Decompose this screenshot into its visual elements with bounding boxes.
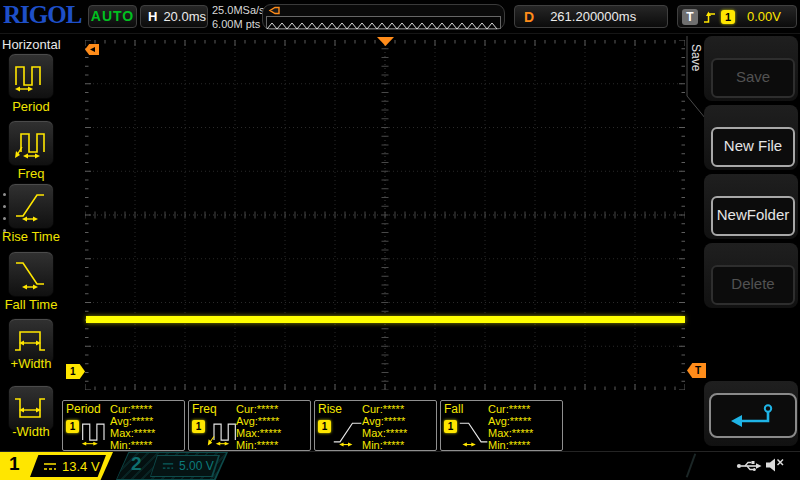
channel-badge: 1 bbox=[66, 420, 79, 433]
ch2-number: 2 bbox=[131, 453, 142, 475]
stat-row: Cur:***** bbox=[236, 403, 281, 415]
horizontal-label: H bbox=[148, 9, 157, 24]
ch1-number: 1 bbox=[9, 453, 20, 475]
freq-icon bbox=[13, 125, 47, 159]
minus-width-icon bbox=[13, 390, 47, 424]
stat-row: Min:***** bbox=[236, 439, 281, 451]
period-wave-icon bbox=[80, 417, 112, 449]
measurement-name: Rise bbox=[318, 402, 342, 416]
period-icon bbox=[13, 58, 47, 92]
ch1-trace bbox=[86, 316, 685, 323]
sidebar-item-fall-time-label: Fall Time bbox=[0, 297, 62, 312]
channel-badge: 1 bbox=[444, 420, 457, 433]
timebase-value: 20.0ms bbox=[163, 9, 206, 24]
top-status-bar: RIGOL AUTO H 20.0ms 25.0MSa/s 6.00M pts … bbox=[0, 0, 800, 34]
freq-wave-icon bbox=[206, 417, 238, 449]
sidebar-item-minus-width-label: -Width bbox=[0, 424, 62, 439]
stat-row: Max:***** bbox=[362, 427, 407, 439]
dc-coupling-icon bbox=[162, 462, 174, 470]
delete-button[interactable]: Delete bbox=[711, 265, 795, 305]
return-button[interactable] bbox=[709, 393, 797, 438]
preview-position-icon bbox=[266, 6, 280, 15]
speaker-muted-icon bbox=[764, 456, 786, 474]
scroll-indicator-dot bbox=[3, 229, 6, 232]
stat-row: Cur:***** bbox=[110, 403, 155, 415]
sidebar-item-rise-time-label: Rise Time bbox=[0, 229, 62, 244]
stat-row: Avg:***** bbox=[110, 415, 155, 427]
ch2-scale-readout: 5.00 V bbox=[151, 456, 218, 476]
return-arrow-icon bbox=[725, 402, 781, 430]
dc-coupling-icon bbox=[43, 462, 57, 471]
measurement-panel-rise[interactable]: Rise 1 Cur:***** Avg:***** Max:***** Min… bbox=[314, 400, 437, 451]
preview-wave-icon bbox=[267, 20, 500, 31]
horizontal-timebase-readout[interactable]: H 20.0ms bbox=[140, 5, 208, 28]
new-file-button[interactable]: New File bbox=[711, 127, 795, 167]
plus-width-icon bbox=[13, 323, 47, 357]
stat-row: Max:***** bbox=[110, 427, 155, 439]
delay-readout: D 261.200000ms bbox=[514, 5, 668, 28]
ch1-scale-value: 13.4 V bbox=[62, 459, 100, 474]
delay-label: D bbox=[524, 9, 534, 25]
menu-tab-save: Save bbox=[689, 44, 703, 71]
rising-edge-icon bbox=[703, 9, 716, 25]
stat-row: Min:***** bbox=[110, 439, 155, 451]
sidebar-item-fall-time[interactable] bbox=[8, 251, 54, 297]
stat-row: Min:***** bbox=[362, 439, 407, 451]
measurement-name: Fall bbox=[444, 402, 463, 416]
sidebar-item-period-label: Period bbox=[0, 99, 62, 114]
channel-badge: 1 bbox=[192, 420, 205, 433]
save-button[interactable]: Save bbox=[711, 58, 795, 98]
measurement-panel-freq[interactable]: Freq 1 Cur:***** Avg:***** Max:***** Min… bbox=[188, 400, 311, 451]
waveform-preview[interactable] bbox=[262, 4, 505, 30]
trigger-level-value: 0.00V bbox=[747, 9, 781, 24]
measurement-name: Period bbox=[66, 402, 101, 416]
sidebar-item-period[interactable] bbox=[8, 53, 54, 99]
preview-wave-strip bbox=[266, 16, 501, 29]
sidebar-item-plus-width-label: +Width bbox=[0, 356, 62, 371]
channel-badge: 1 bbox=[318, 420, 331, 433]
scroll-indicator-dot bbox=[3, 217, 6, 220]
measurement-name: Freq bbox=[192, 402, 217, 416]
sidebar-item-freq-label: Freq bbox=[0, 166, 62, 181]
stat-row: Avg:***** bbox=[488, 415, 533, 427]
ch1-scale-readout: 13.4 V bbox=[30, 455, 106, 477]
graticule-grid bbox=[85, 40, 685, 390]
trigger-label: T bbox=[682, 9, 698, 25]
delay-value: 261.200000ms bbox=[550, 9, 636, 24]
acquisition-readout: 25.0MSa/s 6.00M pts bbox=[212, 3, 265, 31]
ch1-ground-marker[interactable]: 1 bbox=[66, 364, 85, 379]
rise-time-icon bbox=[13, 188, 47, 222]
usb-icon bbox=[736, 458, 762, 474]
scroll-indicator-dot bbox=[3, 205, 6, 208]
stat-row: Min:***** bbox=[488, 439, 533, 451]
ch2-scale-value: 5.00 V bbox=[179, 459, 214, 473]
stat-row: Max:***** bbox=[488, 427, 533, 439]
sample-rate: 25.0MSa/s bbox=[212, 3, 265, 17]
trigger-level-marker[interactable]: T bbox=[687, 363, 706, 378]
stat-row: Avg:***** bbox=[362, 415, 407, 427]
sidebar-item-rise-time[interactable] bbox=[8, 183, 54, 229]
left-arrow-icon bbox=[90, 47, 95, 52]
trigger-readout[interactable]: T 1 0.00V bbox=[677, 5, 797, 28]
sidebar-item-freq[interactable] bbox=[8, 120, 54, 166]
rigol-logo: RIGOL bbox=[3, 1, 81, 29]
measurement-panel-fall[interactable]: Fall 1 Cur:***** Avg:***** Max:***** Min… bbox=[440, 400, 563, 451]
stat-row: Avg:***** bbox=[236, 415, 281, 427]
run-status-badge: AUTO bbox=[88, 5, 137, 28]
stat-row: Cur:***** bbox=[362, 403, 407, 415]
stat-row: Cur:***** bbox=[488, 403, 533, 415]
stat-row: Max:***** bbox=[236, 427, 281, 439]
trigger-source-badge: 1 bbox=[721, 10, 735, 24]
left-menu-title: Horizontal bbox=[2, 37, 61, 52]
rise-wave-icon bbox=[332, 417, 364, 449]
scroll-indicator-dot bbox=[3, 193, 6, 196]
fall-time-icon bbox=[13, 256, 47, 290]
new-folder-button[interactable]: NewFolder bbox=[711, 196, 795, 236]
memory-depth: 6.00M pts bbox=[212, 17, 265, 31]
fall-wave-icon bbox=[458, 417, 490, 449]
measurement-panel-period[interactable]: Period 1 Cur:***** Avg:***** Max:***** M… bbox=[62, 400, 185, 451]
